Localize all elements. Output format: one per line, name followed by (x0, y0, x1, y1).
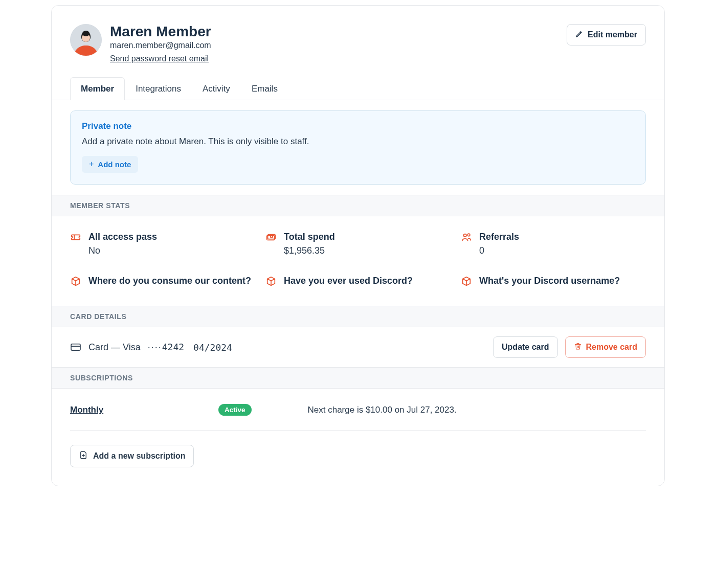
stat-all-access: All access pass No (70, 231, 255, 256)
stats-grid: All access pass No Total spend $1,956.35… (52, 216, 664, 306)
member-name: Maren Member (110, 24, 211, 40)
member-detail-page: Maren Member maren.member@gmail.com Send… (51, 5, 665, 486)
stat-value: $1,956.35 (284, 245, 335, 256)
header: Maren Member maren.member@gmail.com Send… (52, 6, 664, 63)
stat-value: 0 (479, 245, 519, 256)
trash-icon (574, 342, 582, 352)
tab-integrations[interactable]: Integrations (125, 77, 192, 100)
box-icon (461, 276, 472, 287)
remove-card-label: Remove card (586, 343, 638, 352)
stat-total-spend: Total spend $1,956.35 (265, 231, 451, 256)
credit-card-icon (70, 343, 81, 352)
stat-value: No (88, 245, 157, 256)
edit-member-button[interactable]: Edit member (567, 24, 646, 46)
note-title: Private note (82, 121, 634, 131)
card-prefix: Card — Visa (88, 342, 141, 353)
status-badge: Active (218, 404, 252, 416)
card-last4: 4242 (162, 342, 184, 352)
identity-block: Maren Member maren.member@gmail.com Send… (70, 24, 211, 63)
add-subscription-label: Add a new subscription (93, 451, 185, 461)
svg-point-6 (467, 234, 470, 236)
stat-question-content: Where do you consume our content? (70, 275, 255, 287)
section-header-member-stats: MEMBER STATS (52, 195, 664, 216)
stat-label: All access pass (88, 231, 157, 243)
card-expiry: 04/2024 (193, 342, 232, 353)
svg-point-4 (271, 236, 273, 238)
stat-label: What's your Discord username? (479, 275, 620, 287)
users-icon (461, 232, 472, 243)
avatar (70, 24, 102, 56)
add-subscription-button[interactable]: Add a new subscription (70, 445, 194, 467)
stat-label: Where do you consume our content? (88, 275, 251, 287)
stat-question-discord-used: Have you ever used Discord? (265, 275, 451, 287)
svg-point-5 (464, 234, 467, 237)
plus-icon: + (89, 160, 94, 168)
subscriptions-body: Monthly Active Next charge is $10.00 on … (52, 389, 664, 486)
add-note-label: Add note (98, 160, 131, 169)
private-note-box: Private note Add a private note about Ma… (70, 110, 646, 185)
stat-referrals: Referrals 0 (461, 231, 646, 256)
note-description: Add a private note about Maren. This is … (82, 137, 634, 147)
box-icon (265, 276, 277, 287)
tab-member[interactable]: Member (70, 77, 125, 100)
card-info: Card — Visa ····4242 04/2024 (70, 342, 232, 353)
member-email: maren.member@gmail.com (110, 41, 211, 50)
section-header-card-details: CARD DETAILS (52, 306, 664, 327)
card-row: Card — Visa ····4242 04/2024 Update card… (52, 327, 664, 367)
stat-question-discord-username: What's your Discord username? (461, 275, 646, 287)
identity-text: Maren Member maren.member@gmail.com Send… (110, 24, 211, 63)
update-card-button[interactable]: Update card (493, 336, 557, 358)
card-dots: ···· (148, 342, 162, 352)
stat-label: Have you ever used Discord? (284, 275, 413, 287)
add-file-icon (79, 450, 88, 462)
add-note-button[interactable]: + Add note (82, 156, 138, 173)
tab-activity[interactable]: Activity (192, 77, 241, 100)
stat-label: Referrals (479, 231, 519, 243)
card-buttons: Update card Remove card (493, 336, 646, 358)
svg-rect-7 (71, 344, 80, 351)
send-password-reset-link[interactable]: Send password reset email (110, 54, 209, 63)
box-icon (70, 276, 81, 287)
stat-label: Total spend (284, 231, 335, 243)
ticket-icon (70, 232, 81, 243)
tab-emails[interactable]: Emails (241, 77, 288, 100)
edit-member-label: Edit member (588, 30, 637, 39)
subscription-row: Monthly Active Next charge is $10.00 on … (70, 404, 646, 431)
subscription-next-charge: Next charge is $10.00 on Jul 27, 2023. (308, 405, 457, 415)
money-icon (265, 232, 277, 243)
remove-card-button[interactable]: Remove card (565, 336, 646, 358)
pencil-icon (575, 30, 584, 40)
section-header-subscriptions: SUBSCRIPTIONS (52, 367, 664, 389)
tabs: Member Integrations Activity Emails (52, 63, 664, 100)
subscription-name-link[interactable]: Monthly (70, 405, 203, 415)
